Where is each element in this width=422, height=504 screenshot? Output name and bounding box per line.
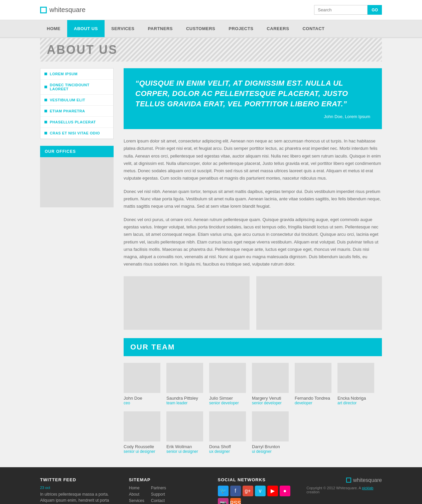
quote-text: “QUISQUE IN ENIM VELIT, AT DIGNISSIM EST…	[135, 78, 370, 109]
footer-twitter-title: TWITTER FEED	[40, 477, 116, 482]
list-item: ETIAM PHARETRA	[40, 106, 113, 117]
nav-about[interactable]: ABOUT US	[67, 20, 105, 37]
team-member: Saundra Pittsley team leader	[166, 363, 203, 405]
main-layout: LOREM IPSUM DONEC TINCIDOUNT LAOREET VES…	[40, 68, 382, 454]
team-member-role: senior developer	[209, 401, 246, 405]
page-title-section: ABOUT US	[40, 38, 382, 62]
nav-customers[interactable]: CUSTOMERS	[179, 20, 222, 37]
footer-copyright-text: Copyright © 2012 Whitesquare. A	[306, 486, 361, 490]
team-member: Encka Nobriga art director	[337, 363, 374, 405]
youtube-icon[interactable]: ▶	[267, 486, 278, 496]
bullet-icon	[44, 73, 47, 75]
google-plus-icon[interactable]: g+	[243, 486, 253, 496]
footer-twitter-date: 23 oct	[40, 486, 116, 490]
sidebar-link-donec[interactable]: DONEC TINCIDOUNT LAOREET	[40, 80, 113, 94]
sidebar-link-etiam[interactable]: ETIAM PHARETRA	[40, 106, 113, 116]
sidebar-link-cras[interactable]: CRAS ET NISI VITAE ODIO	[40, 128, 113, 138]
sitemap-services[interactable]: Services	[129, 498, 144, 503]
offices-map	[40, 157, 114, 207]
sidebar-link-lorem[interactable]: LOREM IPSUM	[40, 69, 113, 79]
social-icons: 🐦 f g+ v ▶ ● 📷 RSS	[218, 486, 293, 504]
vimeo-icon[interactable]: v	[255, 486, 266, 496]
search-button[interactable]: GO	[368, 5, 382, 15]
team-member: Julio Simser senior developer	[209, 363, 246, 405]
list-item: DONEC TINCIDOUNT LAOREET	[40, 80, 113, 95]
sitemap-home[interactable]: Home	[129, 486, 144, 490]
image-placeholder-2	[256, 276, 382, 330]
sitemap-col-2: Partners Support Contact	[151, 486, 166, 504]
footer-logo-col: whitesquare Copyright © 2012 Whitesquare…	[306, 477, 382, 504]
team-member-name: Darryl Brunton	[252, 444, 289, 449]
bullet-icon	[44, 121, 47, 123]
twitter-icon[interactable]: 🐦	[218, 486, 229, 496]
quote-author: John Doe, Lorem Ipsum	[135, 114, 370, 119]
facebook-icon[interactable]: f	[230, 486, 241, 496]
team-photo	[166, 363, 203, 393]
instagram-icon[interactable]: 📷	[218, 498, 229, 504]
offices-title: OUR OFFICES	[40, 146, 114, 157]
nav-partners[interactable]: PARTNERS	[141, 20, 179, 37]
nav-services[interactable]: SERVICES	[105, 20, 141, 37]
rss-icon[interactable]: RSS	[230, 498, 241, 504]
list-item: PHASELLUS PLACERAT	[40, 117, 113, 128]
nav-home[interactable]: HOME	[40, 20, 67, 37]
nav-careers[interactable]: CAREERS	[260, 20, 296, 37]
team-member-role: ceo	[124, 401, 160, 405]
article-paragraph-2: Donec vel nisl nibh. Aenean quam tortor,…	[124, 188, 382, 210]
team-header: OUR TEAM	[124, 338, 382, 356]
nav-projects[interactable]: PROJECTS	[222, 20, 260, 37]
footer-twitter-text: In ultrices pellentesque massa a porta. …	[40, 491, 116, 504]
team-member-name: Erik Wollman	[166, 444, 203, 449]
sitemap-contact[interactable]: Contact	[151, 498, 166, 503]
bullet-icon	[44, 99, 47, 101]
sidebar: LOREM IPSUM DONEC TINCIDOUNT LAOREET VES…	[40, 68, 114, 454]
footer-sitemap-title: SITEMAP	[129, 477, 204, 482]
image-placeholder-1	[124, 276, 250, 330]
nav-contact[interactable]: CONTACT	[296, 20, 331, 37]
team-member-name: Saundra Pittsley	[166, 396, 203, 401]
sidebar-nav-list: LOREM IPSUM DONEC TINCIDOUNT LAOREET VES…	[40, 68, 114, 139]
footer-logo: whitesquare	[346, 477, 382, 483]
team-photo	[209, 411, 246, 441]
bullet-icon	[44, 132, 47, 134]
team-member-name: Encka Nobriga	[337, 396, 374, 401]
team-photo	[252, 363, 289, 393]
team-photo	[209, 363, 246, 393]
team-photo	[124, 411, 160, 441]
team-member-role: senior developer	[252, 401, 289, 405]
search-input[interactable]	[314, 5, 368, 15]
article-paragraph-1: Lorem ipsum dolor sit amet, consectetur …	[124, 137, 382, 182]
image-row	[124, 276, 382, 330]
flickr-icon[interactable]: ●	[280, 486, 290, 496]
footer-social-title: SOCIAL NETWORKS	[218, 477, 293, 482]
team-photo	[166, 411, 203, 441]
team-member-role: developer	[295, 401, 331, 405]
team-photo	[124, 363, 160, 393]
footer-social: SOCIAL NETWORKS 🐦 f g+ v ▶ ● 📷 RSS	[218, 477, 293, 504]
quote-box: “QUISQUE IN ENIM VELIT, AT DIGNISSIM EST…	[124, 68, 382, 129]
team-title: OUR TEAM	[130, 343, 375, 351]
team-member-role: team leader	[166, 401, 203, 405]
sidebar-link-phasellus[interactable]: PHASELLUS PLACERAT	[40, 117, 113, 127]
team-member-role: senior ui designer	[166, 449, 203, 454]
team-member-name: Julio Simser	[209, 396, 246, 401]
logo-text: whitesquare	[49, 6, 86, 14]
header: whitesquare GO	[0, 0, 422, 20]
team-member-name: Fernando Tondrea	[295, 396, 331, 401]
team-photo	[337, 363, 374, 393]
sitemap-about[interactable]: About	[129, 492, 144, 497]
footer-copyright-link[interactable]: picklab	[362, 486, 373, 490]
page-title: ABOUT US	[47, 43, 118, 57]
team-grid: John Doe ceo Saundra Pittsley team leade…	[124, 363, 382, 454]
main-nav: HOME ABOUT US SERVICES PARTNERS CUSTOMER…	[0, 20, 422, 38]
team-member-role: ui designer	[252, 449, 289, 454]
sitemap-partners[interactable]: Partners	[151, 486, 166, 490]
bullet-icon	[44, 110, 47, 112]
sidebar-link-vestibulum[interactable]: VESTIBULUM ELIT	[40, 95, 113, 105]
content-area: “QUISQUE IN ENIM VELIT, AT DIGNISSIM EST…	[124, 68, 382, 454]
footer: TWITTER FEED 23 oct In ultrices pellente…	[0, 467, 422, 504]
list-item: CRAS ET NISI VITAE ODIO	[40, 128, 113, 139]
sitemap-support[interactable]: Support	[151, 492, 166, 497]
sitemap-links: Home About Services Partners Support Con…	[129, 486, 204, 504]
team-member-name: John Doe	[124, 396, 160, 401]
